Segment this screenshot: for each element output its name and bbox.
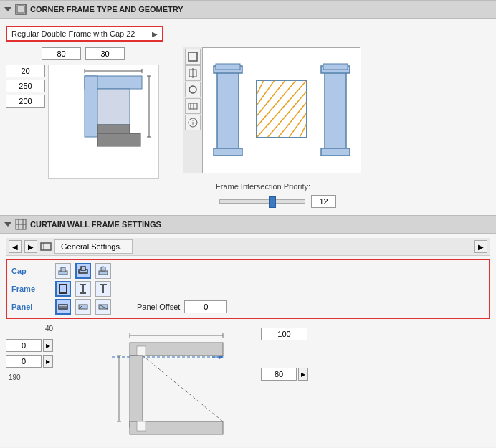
general-settings-button[interactable]: General Settings...: [54, 239, 133, 254]
svg-rect-42: [216, 64, 240, 70]
nav-end-btn[interactable]: ▶: [474, 240, 487, 253]
svg-rect-51: [61, 267, 65, 272]
dim-input-20[interactable]: [6, 65, 45, 77]
preview-container: [202, 47, 360, 173]
svg-point-17: [189, 86, 196, 93]
nav-prev-btn[interactable]: ◀: [9, 240, 22, 253]
svg-rect-71: [137, 346, 146, 356]
svg-rect-1: [17, 6, 24, 13]
tool-btn-3[interactable]: [185, 82, 201, 97]
bottom-input-1[interactable]: [6, 339, 42, 352]
svg-rect-74: [137, 421, 146, 431]
frame-label: Frame: [11, 285, 51, 293]
dim-40-label: 40: [45, 325, 53, 333]
svg-rect-39: [325, 70, 346, 152]
input-4-arrow[interactable]: ▶: [298, 368, 308, 381]
svg-rect-53: [81, 267, 85, 270]
collapse-triangle-1[interactable]: [4, 7, 11, 11]
dim-input-250[interactable]: [6, 80, 45, 92]
section1-header: CORNER FRAME TYPE AND GEOMETRY: [0, 0, 496, 19]
frame-type-row: Regular Double Frame with Cap 22 ▶: [6, 26, 490, 42]
frame-icon: [15, 4, 27, 15]
svg-rect-18: [189, 103, 197, 109]
top-dims-row: [42, 47, 178, 60]
section2-header: CURTAIN WALL FRAME SETTINGS: [0, 215, 496, 234]
section1-title: CORNER FRAME TYPE AND GEOMETRY: [30, 5, 183, 14]
side-inputs: [6, 65, 45, 108]
svg-rect-4: [85, 76, 97, 137]
panel-offset-input[interactable]: [184, 300, 227, 313]
svg-rect-14: [189, 52, 197, 61]
dim-input-80[interactable]: [42, 47, 81, 60]
frame-type-label: Regular Double Frame with Cap 22: [11, 29, 135, 38]
panel-icon-3[interactable]: [95, 299, 111, 315]
input-2-arrow[interactable]: ▶: [43, 355, 53, 368]
dim-190-label: 190: [9, 373, 85, 381]
panel-icon-1[interactable]: [55, 299, 71, 315]
section2-content: ◀ ▶ General Settings... ▶ Cap: [0, 234, 496, 447]
frame-icon-3[interactable]: [95, 281, 111, 297]
svg-rect-48: [41, 243, 51, 250]
main-container: CORNER FRAME TYPE AND GEOMETRY Regular D…: [0, 0, 496, 447]
selector-arrow: ▶: [152, 30, 158, 38]
tool-btn-4[interactable]: [185, 98, 201, 114]
bottom-input-4[interactable]: [261, 368, 297, 381]
frame-type-selector[interactable]: Regular Double Frame with Cap 22 ▶: [6, 26, 163, 42]
tool-btn-2[interactable]: [185, 65, 201, 81]
svg-rect-72: [130, 356, 143, 427]
priority-label: Frame Intersection Priority:: [216, 182, 310, 191]
tool-btn-info[interactable]: i: [185, 115, 201, 130]
bottom-input-2[interactable]: [6, 355, 42, 368]
svg-rect-43: [323, 64, 348, 70]
svg-rect-5: [97, 89, 130, 125]
priority-row: Frame Intersection Priority:: [210, 179, 490, 195]
panel-icon-2[interactable]: [75, 299, 91, 315]
svg-rect-7: [97, 133, 140, 146]
svg-text:i: i: [192, 120, 194, 127]
input-row-2: ▶: [6, 355, 85, 368]
priority-value-input[interactable]: [311, 195, 336, 208]
vertical-toolbar: i: [183, 47, 202, 173]
section2-title: CURTAIN WALL FRAME SETTINGS: [30, 220, 161, 229]
preview-svg: [203, 48, 361, 173]
bottom-input-3[interactable]: [261, 328, 307, 340]
svg-rect-26: [214, 148, 242, 156]
collapse-triangle-2[interactable]: [4, 222, 11, 227]
toolbar-row: ◀ ▶ General Settings... ▶: [6, 238, 490, 256]
svg-rect-41: [321, 148, 350, 156]
cap-label: Cap: [11, 267, 51, 275]
svg-rect-54: [99, 271, 108, 275]
frame-icon-1[interactable]: [55, 281, 71, 297]
panel-label: Panel: [11, 302, 51, 311]
input-row-4: ▶: [261, 368, 325, 381]
slider-thumb: [269, 196, 276, 208]
section1-content: Regular Double Frame with Cap 22 ▶: [0, 19, 496, 215]
cap-icon-2[interactable]: [75, 263, 91, 279]
nav-next-btn[interactable]: ▶: [24, 240, 37, 253]
curtain-wall-icon: [15, 219, 27, 230]
input-1-arrow[interactable]: ▶: [43, 339, 53, 352]
cap-icon-3[interactable]: [95, 263, 111, 279]
frame-icon-2[interactable]: [75, 281, 91, 297]
dim-input-30[interactable]: [85, 47, 125, 60]
cross-section-diagram: [48, 65, 159, 179]
svg-rect-55: [59, 285, 67, 293]
tool-btn-1[interactable]: [185, 49, 201, 65]
settings-icon: [40, 241, 52, 252]
input-row-1: ▶: [6, 339, 85, 352]
cap-icon-1[interactable]: [55, 263, 71, 279]
svg-rect-24: [217, 70, 239, 152]
settings-panel: Cap Frame: [6, 259, 490, 319]
svg-rect-63: [79, 305, 87, 309]
panel-offset-label: Panel Offset: [137, 302, 180, 311]
svg-line-81: [143, 356, 223, 421]
priority-slider[interactable]: [219, 199, 305, 204]
dim-input-200[interactable]: [6, 95, 45, 108]
bottom-diagram-svg: [90, 325, 255, 439]
